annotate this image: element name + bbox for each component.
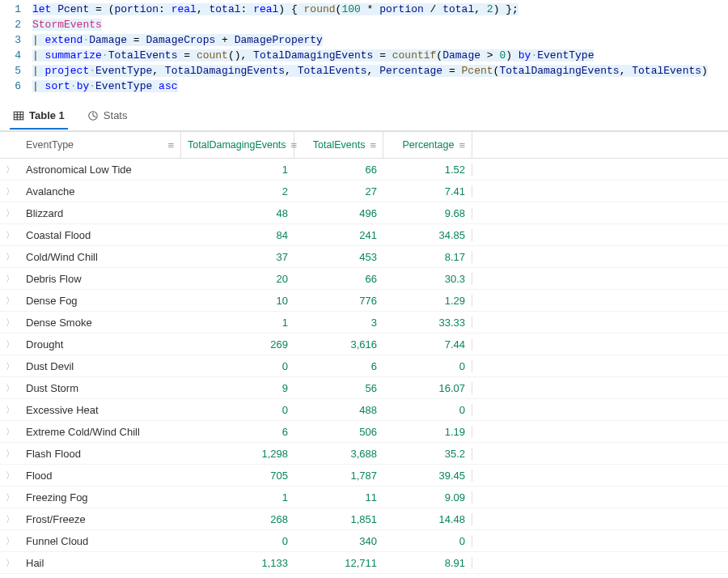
cell-totalevents: 3,616: [294, 338, 383, 351]
grid-body: 〉Astronomical Low Tide1661.52〉Avalanche2…: [0, 159, 728, 578]
cell-percentage: 39.45: [383, 470, 472, 482]
expand-row-icon[interactable]: 〉: [0, 491, 19, 504]
cell-totalevents: 488: [294, 404, 383, 416]
code-editor[interactable]: 1let Pcent = (portion: real, total: real…: [0, 0, 728, 99]
cell-percentage: 16.07: [383, 382, 472, 394]
col-header-label: TotalDamagingEvents: [188, 139, 286, 151]
menu-icon[interactable]: ≡: [459, 140, 465, 151]
cell-eventtype: Dense Smoke: [19, 317, 181, 329]
cell-percentage: 30.3: [383, 273, 472, 285]
col-header-totaldamaging[interactable]: TotalDamagingEvents ≡: [181, 132, 294, 158]
cell-percentage: 7.41: [383, 185, 472, 198]
table-row[interactable]: 〉Funnel Cloud03400: [0, 530, 728, 552]
tab-table[interactable]: Table 1: [10, 103, 68, 130]
cell-totalevents: 340: [294, 535, 383, 547]
table-row[interactable]: 〉Frost/Freeze2681,85114.48: [0, 508, 728, 530]
cell-totalevents: 27: [294, 185, 383, 198]
expand-row-icon[interactable]: 〉: [0, 404, 19, 416]
cell-totaldamaging: 48: [181, 207, 294, 219]
expand-row-icon[interactable]: 〉: [0, 360, 19, 372]
expand-row-icon[interactable]: 〉: [0, 273, 19, 285]
cell-totaldamaging: 1: [181, 164, 294, 176]
table-row[interactable]: 〉Hail1,13312,7118.91: [0, 552, 728, 574]
table-row[interactable]: 〉Debris Flow206630.3: [0, 268, 728, 290]
table-row[interactable]: 〉Dense Fog107761.29: [0, 290, 728, 312]
table-row[interactable]: 〉Heat04640: [0, 574, 728, 578]
cell-percentage: 9.09: [383, 491, 472, 504]
col-header-eventtype[interactable]: EventType ≡: [19, 132, 181, 158]
cell-totalevents: 66: [294, 164, 383, 176]
expand-row-icon[interactable]: 〉: [0, 513, 19, 525]
expand-row-icon[interactable]: 〉: [0, 229, 19, 241]
svg-line-7: [93, 116, 96, 117]
expand-row-icon[interactable]: 〉: [0, 164, 19, 176]
col-header-percentage[interactable]: Percentage ≡: [383, 132, 472, 158]
result-tabs: Table 1 Stats: [0, 99, 728, 131]
cell-percentage: 1.19: [383, 426, 472, 438]
cell-totaldamaging: 0: [181, 404, 294, 416]
cell-percentage: 9.68: [383, 207, 472, 219]
cell-totaldamaging: 84: [181, 229, 294, 241]
cell-eventtype: Dust Devil: [19, 360, 181, 372]
stats-icon: [87, 110, 99, 121]
col-header-totalevents[interactable]: TotalEvents ≡: [294, 132, 383, 158]
col-header-label: EventType: [26, 139, 163, 151]
cell-percentage: 0: [383, 535, 472, 547]
table-row[interactable]: 〉Dust Storm95616.07: [0, 377, 728, 399]
menu-icon[interactable]: ≡: [370, 140, 376, 151]
table-row[interactable]: 〉Coastal Flood8424134.85: [0, 224, 728, 246]
cell-percentage: 34.85: [383, 229, 472, 241]
tab-stats[interactable]: Stats: [84, 103, 131, 130]
cell-eventtype: Flood: [19, 470, 181, 482]
expand-row-icon[interactable]: 〉: [0, 207, 19, 219]
cell-percentage: 1.29: [383, 295, 472, 307]
cell-totaldamaging: 268: [181, 513, 294, 525]
menu-icon[interactable]: ≡: [167, 140, 174, 151]
expand-row-icon[interactable]: 〉: [0, 557, 19, 569]
cell-percentage: 7.44: [383, 338, 472, 351]
cell-totaldamaging: 20: [181, 273, 294, 285]
expand-row-icon[interactable]: 〉: [0, 535, 19, 547]
cell-percentage: 14.48: [383, 513, 472, 525]
expand-row-icon[interactable]: 〉: [0, 338, 19, 351]
table-row[interactable]: 〉Astronomical Low Tide1661.52: [0, 159, 728, 181]
cell-totaldamaging: 1,298: [181, 448, 294, 460]
tab-stats-label: Stats: [104, 109, 128, 121]
expand-row-icon[interactable]: 〉: [0, 185, 19, 198]
svg-rect-0: [14, 112, 23, 120]
table-row[interactable]: 〉Flood7051,78739.45: [0, 465, 728, 487]
table-row[interactable]: 〉Extreme Cold/Wind Chill65061.19: [0, 421, 728, 443]
table-row[interactable]: 〉Dense Smoke1333.33: [0, 312, 728, 334]
expand-row-icon[interactable]: 〉: [0, 295, 19, 307]
cell-eventtype: Excessive Heat: [19, 404, 181, 416]
expand-row-icon[interactable]: 〉: [0, 317, 19, 329]
cell-percentage: 8.17: [383, 251, 472, 263]
expand-row-icon[interactable]: 〉: [0, 251, 19, 263]
table-row[interactable]: 〉Dust Devil060: [0, 355, 728, 377]
table-row[interactable]: 〉Flash Flood1,2983,68835.2: [0, 443, 728, 465]
cell-eventtype: Coastal Flood: [19, 229, 181, 241]
cell-percentage: 0: [383, 404, 472, 416]
table-row[interactable]: 〉Freezing Fog1119.09: [0, 487, 728, 508]
cell-totaldamaging: 37: [181, 251, 294, 263]
col-header-label: Percentage: [390, 139, 454, 151]
table-row[interactable]: 〉Avalanche2277.41: [0, 181, 728, 202]
table-row[interactable]: 〉Blizzard484969.68: [0, 202, 728, 224]
expander-header: [0, 132, 19, 158]
cell-totalevents: 506: [294, 426, 383, 438]
grid-header: EventType ≡ TotalDamagingEvents ≡ TotalE…: [0, 131, 728, 159]
table-row[interactable]: 〉Drought2693,6167.44: [0, 334, 728, 355]
table-row[interactable]: 〉Cold/Wind Chill374538.17: [0, 246, 728, 268]
cell-eventtype: Funnel Cloud: [19, 535, 181, 547]
cell-percentage: 0: [383, 360, 472, 372]
cell-totaldamaging: 10: [181, 295, 294, 307]
expand-row-icon[interactable]: 〉: [0, 382, 19, 394]
expand-row-icon[interactable]: 〉: [0, 426, 19, 438]
expand-row-icon[interactable]: 〉: [0, 470, 19, 482]
cell-eventtype: Blizzard: [19, 207, 181, 219]
cell-totalevents: 3,688: [294, 448, 383, 460]
table-row[interactable]: 〉Excessive Heat04880: [0, 399, 728, 421]
cell-totaldamaging: 269: [181, 338, 294, 351]
cell-eventtype: Dense Fog: [19, 295, 181, 307]
expand-row-icon[interactable]: 〉: [0, 448, 19, 460]
